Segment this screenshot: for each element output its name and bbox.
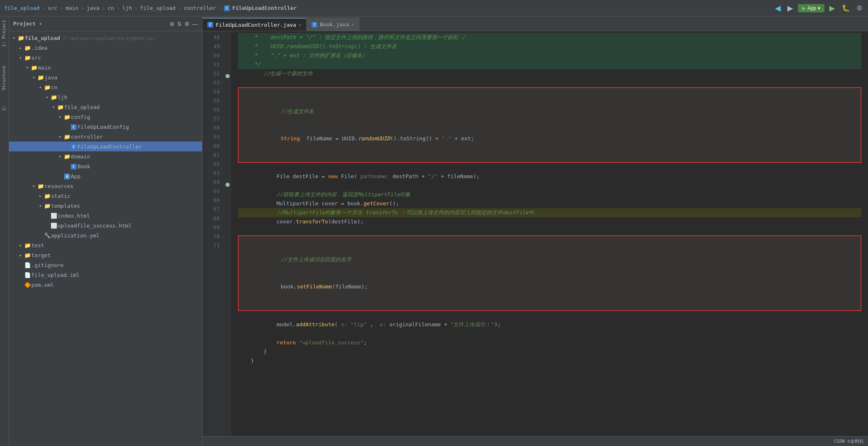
tab-structure[interactable]: Structure xyxy=(0,63,9,94)
tree-label-main: main xyxy=(38,65,199,71)
panel-icon-close[interactable]: — xyxy=(192,21,198,27)
title-bar-right: ◀ ▶ ▶ App ▾ ▶ 🐛 ⚙ xyxy=(773,3,864,14)
code-line-50: * "." + ext : 文件的扩展名（后缀名） xyxy=(238,51,861,60)
tab-project[interactable]: 1: Project xyxy=(0,16,9,50)
folder-icon-java: 📁 xyxy=(37,74,44,81)
tab-close-book[interactable]: ✕ xyxy=(351,22,354,27)
tab-close-controller[interactable]: ✕ xyxy=(299,22,302,28)
tree-static[interactable]: ▸ 📁 static xyxy=(9,191,202,201)
panel-header: Project ▾ ⊕ ⇅ ⚙ — xyxy=(9,16,202,31)
tree-resources[interactable]: ▾ 📁 resources xyxy=(9,181,202,191)
tree-main[interactable]: ▾ 📁 main xyxy=(9,63,202,72)
folder-icon-domain: 📁 xyxy=(63,153,71,160)
tab-book[interactable]: C Book.java ✕ xyxy=(307,18,359,31)
tree-config[interactable]: ▾ 📁 config xyxy=(9,112,202,122)
tree-application-yml[interactable]: 🔧 application.yml xyxy=(9,230,202,240)
tree-label-pom: pom.xml xyxy=(31,282,199,288)
folder-icon-test: 📁 xyxy=(24,242,31,249)
tree-arrow-idea: ▸ xyxy=(17,45,24,51)
tree-controller[interactable]: ▾ 📁 controller xyxy=(9,132,202,142)
tree-templates[interactable]: ▾ 📁 templates xyxy=(9,201,202,211)
tree-index-html[interactable]: ⬜ index.html xyxy=(9,211,202,221)
code-line-64-65-box: //文件上传成功后回显的名字 book.setFileName(fileName… xyxy=(238,235,861,311)
panel-icons: ⊕ ⇅ ⚙ — xyxy=(170,21,198,27)
tree-arrow-static: ▸ xyxy=(37,193,44,199)
folder-icon-cn: 📁 xyxy=(44,84,51,91)
tree-target[interactable]: ▸ 📁 target xyxy=(9,250,202,260)
app-container: file_upload › src › main › java › cn › l… xyxy=(0,0,868,446)
tree-ljh[interactable]: ▾ 📁 ljh xyxy=(9,92,202,102)
panel-title: Project xyxy=(13,21,36,27)
folder-icon-templates: 📁 xyxy=(44,203,51,209)
tree-domain[interactable]: ▾ 📁 domain xyxy=(9,151,202,161)
tab-fileuploadcontroller[interactable]: C FileUpLoadController.java ✕ xyxy=(202,18,307,31)
tree-src[interactable]: ▾ 📁 src xyxy=(9,53,202,63)
folder-icon-ljh: 📁 xyxy=(50,94,58,100)
tree-idea[interactable]: ▸ 📁 .idea xyxy=(9,43,202,53)
sep3: › xyxy=(81,5,84,11)
tree-label-test: test xyxy=(31,242,199,249)
folder-icon-root: 📁 xyxy=(17,35,25,41)
tree-root[interactable]: ▾ 📁 file_upload F:\myCode\crazyCode\Spri… xyxy=(9,33,202,43)
tree-label-controller: controller xyxy=(71,134,199,140)
tree-arrow-test: ▸ xyxy=(17,243,24,248)
tree-label-idea: .idea xyxy=(31,45,199,51)
code-content[interactable]: * destPath + "/" : 指定文件上传的路径，路径和文件名之间需要加… xyxy=(231,31,868,436)
code-line-58 xyxy=(238,181,861,190)
tree-pom-xml[interactable]: 🔶 pom.xml xyxy=(9,280,202,290)
tree-label-java: java xyxy=(44,74,199,81)
tab-2[interactable]: 2: xyxy=(0,102,9,114)
sep1: › xyxy=(42,5,45,11)
code-line-68 xyxy=(238,329,861,338)
folder-icon-static: 📁 xyxy=(44,193,51,199)
folder-icon-config: 📁 xyxy=(63,114,71,120)
code-line-66 xyxy=(238,311,861,320)
settings-button[interactable]: ⚙ xyxy=(855,3,864,13)
tree-fileuploadcontroller[interactable]: C FileUpLoadController xyxy=(9,142,202,151)
bc-controller: controller xyxy=(184,5,216,11)
tree-label-domain: domain xyxy=(71,153,199,160)
code-line-56 xyxy=(238,163,861,172)
folder-icon-file-upload-pkg: 📁 xyxy=(57,104,64,110)
tree-label-target: target xyxy=(31,252,199,258)
tree-arrow-config: ▾ xyxy=(57,114,63,120)
run-config-button[interactable]: ▶ App ▾ xyxy=(798,4,824,12)
tree-book[interactable]: C Book xyxy=(9,161,202,171)
sep2: › xyxy=(60,5,63,11)
tree-file-upload-iml[interactable]: 📄 file_upload.iml xyxy=(9,270,202,280)
tree-java[interactable]: ▾ 📁 java xyxy=(9,72,202,82)
tree-arrow-root: ▾ xyxy=(11,35,17,41)
tree-file-upload-pkg[interactable]: ▾ 📁 file_upload xyxy=(9,102,202,112)
tree-label-fileuploadconfig: FileUpLoadConfig xyxy=(77,124,199,130)
tree-uploadfile-html[interactable]: ⬜ uploadfile_success.html xyxy=(9,221,202,230)
run-dropdown-icon: ▾ xyxy=(818,5,820,11)
tree-test[interactable]: ▸ 📁 test xyxy=(9,240,202,250)
tree-cn[interactable]: ▾ 📁 cn xyxy=(9,82,202,92)
tree-fileuploadconfig[interactable]: C FileUpLoadConfig xyxy=(9,122,202,132)
debug-button[interactable]: 🐛 xyxy=(840,3,852,13)
tree-app[interactable]: A App xyxy=(9,171,202,181)
tree-label-file-upload-pkg: file_upload xyxy=(64,104,199,110)
code-line-61: //MultipartFile对象有一个方法 transferTo ：可以将上传… xyxy=(238,208,861,217)
run-icon: ▶ xyxy=(802,5,806,11)
html-icon-index: ⬜ xyxy=(50,213,58,219)
nav-back-button[interactable]: ◀ xyxy=(773,3,782,14)
html-icon-uploadfile: ⬜ xyxy=(50,223,58,229)
panel-icon-globe[interactable]: ⊕ xyxy=(170,21,175,27)
main-layout: 1: Project Structure 2: Project ▾ ⊕ ⇅ ⚙ … xyxy=(0,16,868,446)
panel-icon-settings[interactable]: ⚙ xyxy=(184,21,190,27)
iml-icon: 📄 xyxy=(24,272,31,278)
tab-icon-controller: C xyxy=(207,22,213,28)
run-button[interactable]: ▶ xyxy=(828,3,837,14)
code-line-49: * UUID.randomUUID().toString() : 生成文件名 xyxy=(238,42,861,51)
tree-label-application-yml: application.yml xyxy=(51,232,199,239)
panel-icon-filter[interactable]: ⇅ xyxy=(177,21,182,27)
gutter-marker-64 xyxy=(226,183,230,187)
tree-label-index-html: index.html xyxy=(58,213,199,219)
title-bar: file_upload › src › main › java › cn › l… xyxy=(0,0,868,16)
tree-gitignore[interactable]: 📄 .gitignore xyxy=(9,260,202,270)
app-icon: A xyxy=(63,173,71,179)
class-icon-fileuploadcontroller: C xyxy=(70,143,77,150)
nav-forward-button[interactable]: ▶ xyxy=(786,3,795,14)
tree-label-iml: file_upload.iml xyxy=(31,272,199,278)
